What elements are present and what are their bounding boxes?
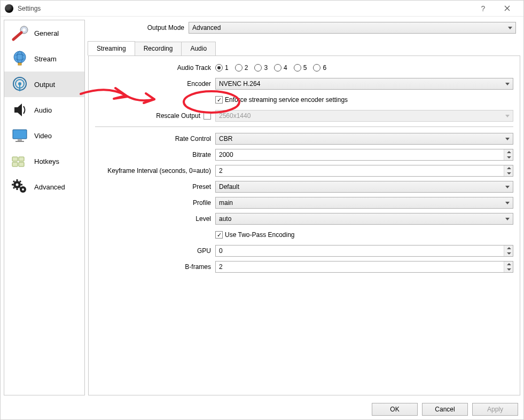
output-mode-select[interactable]: Advanced: [189, 22, 516, 34]
globe-icon: [9, 49, 31, 69]
dialog-footer: OK Cancel Apply: [1, 399, 523, 420]
audio-track-5[interactable]: 5: [294, 64, 307, 72]
preset-label: Preset: [95, 183, 215, 191]
rescale-value: 2560x1440: [219, 112, 251, 120]
title-bar: Settings ?: [1, 1, 523, 17]
enforce-checkbox[interactable]: ✓: [215, 96, 223, 104]
broadcast-icon: [9, 74, 31, 94]
gpu-input[interactable]: 0: [215, 245, 513, 257]
rescale-checkbox[interactable]: [204, 112, 211, 120]
svg-rect-13: [19, 157, 24, 161]
svg-rect-4: [18, 63, 21, 65]
bframes-label: B-frames: [95, 263, 215, 271]
sidebar-item-advanced[interactable]: Advanced: [4, 174, 84, 200]
output-mode-label: Output Mode: [92, 24, 189, 31]
profile-label: Profile: [95, 199, 215, 207]
svg-rect-12: [12, 157, 18, 161]
audio-track-1[interactable]: 1: [215, 64, 229, 72]
cancel-button[interactable]: Cancel: [422, 403, 468, 416]
sidebar-item-label: Hotkeys: [34, 157, 59, 165]
sidebar-item-general[interactable]: General: [4, 20, 84, 46]
gears-icon: [9, 177, 31, 197]
close-button[interactable]: [495, 1, 519, 17]
output-mode-value: Advanced: [192, 24, 221, 31]
monitor-icon: [9, 125, 31, 146]
tab-recording[interactable]: Recording: [135, 42, 182, 56]
settings-sidebar: General Stream O: [4, 20, 85, 395]
sidebar-item-output[interactable]: Output: [4, 72, 84, 97]
tab-audio[interactable]: Audio: [181, 42, 216, 56]
rate-control-select[interactable]: CBR: [215, 133, 513, 145]
bframes-input[interactable]: 2: [215, 261, 513, 273]
svg-point-2: [14, 51, 26, 63]
encoder-label: Encoder: [95, 80, 215, 88]
keyframe-label: Keyframe Interval (seconds, 0=auto): [95, 167, 215, 175]
level-label: Level: [95, 215, 215, 223]
svg-line-27: [13, 187, 14, 188]
wrench-icon: [9, 23, 31, 43]
app-icon: [5, 4, 13, 13]
sidebar-item-label: Advanced: [34, 183, 65, 191]
level-select[interactable]: auto: [215, 213, 513, 225]
tab-streaming[interactable]: Streaming: [88, 41, 135, 56]
svg-line-24: [13, 181, 14, 182]
sidebar-item-label: General: [34, 29, 59, 37]
bitrate-input[interactable]: 2000: [215, 149, 513, 161]
svg-rect-14: [12, 162, 18, 167]
svg-line-25: [20, 187, 21, 188]
speaker-icon: [9, 100, 31, 120]
twopass-checkbox[interactable]: ✓: [215, 231, 223, 239]
keyframe-input[interactable]: 2: [215, 165, 513, 177]
rescale-label: Rescale Output: [156, 112, 200, 120]
audio-track-2[interactable]: 2: [235, 64, 248, 72]
svg-rect-15: [19, 162, 24, 167]
separator: [95, 126, 513, 127]
rate-control-label: Rate Control: [95, 135, 215, 142]
bitrate-label: Bitrate: [95, 151, 215, 159]
ok-button[interactable]: OK: [372, 403, 418, 416]
svg-rect-9: [13, 130, 27, 139]
gpu-label: GPU: [95, 247, 215, 255]
encoder-value: NVENC H.264: [219, 80, 260, 88]
audio-track-3[interactable]: 3: [254, 64, 268, 72]
window-title: Settings: [18, 5, 41, 12]
encoder-select[interactable]: NVENC H.264: [215, 78, 513, 90]
apply-button[interactable]: Apply: [472, 403, 518, 416]
audio-track-group: 1 2 3 4 5 6: [215, 64, 513, 72]
sidebar-item-stream[interactable]: Stream: [4, 46, 84, 72]
sidebar-item-label: Audio: [34, 106, 52, 114]
rescale-select: 2560x1440: [215, 110, 513, 122]
sidebar-item-audio[interactable]: Audio: [4, 97, 84, 123]
svg-rect-10: [18, 139, 22, 141]
sidebar-item-video[interactable]: Video: [4, 123, 84, 148]
output-tab-strip: Streaming Recording Audio: [88, 41, 520, 55]
twopass-label: Use Two-Pass Encoding: [225, 231, 295, 239]
svg-rect-11: [15, 141, 24, 142]
sidebar-item-label: Video: [34, 132, 52, 140]
settings-content: Output Mode Advanced Streaming Recording…: [88, 20, 520, 395]
svg-line-26: [20, 181, 21, 182]
profile-select[interactable]: main: [215, 197, 513, 209]
sidebar-item-label: Output: [34, 81, 55, 89]
enforce-label: Enforce streaming service encoder settin…: [225, 96, 348, 104]
sidebar-item-label: Stream: [34, 55, 57, 63]
keyboard-icon: [9, 151, 31, 171]
svg-point-1: [22, 28, 26, 31]
sidebar-item-hotkeys[interactable]: Hotkeys: [4, 148, 84, 174]
preset-select[interactable]: Default: [215, 181, 513, 193]
audio-track-6[interactable]: 6: [313, 64, 326, 72]
help-button[interactable]: ?: [471, 1, 495, 17]
svg-point-18: [16, 184, 19, 186]
audio-track-4[interactable]: 4: [274, 64, 287, 72]
svg-point-19: [22, 188, 24, 191]
audio-track-label: Audio Track: [95, 64, 215, 72]
